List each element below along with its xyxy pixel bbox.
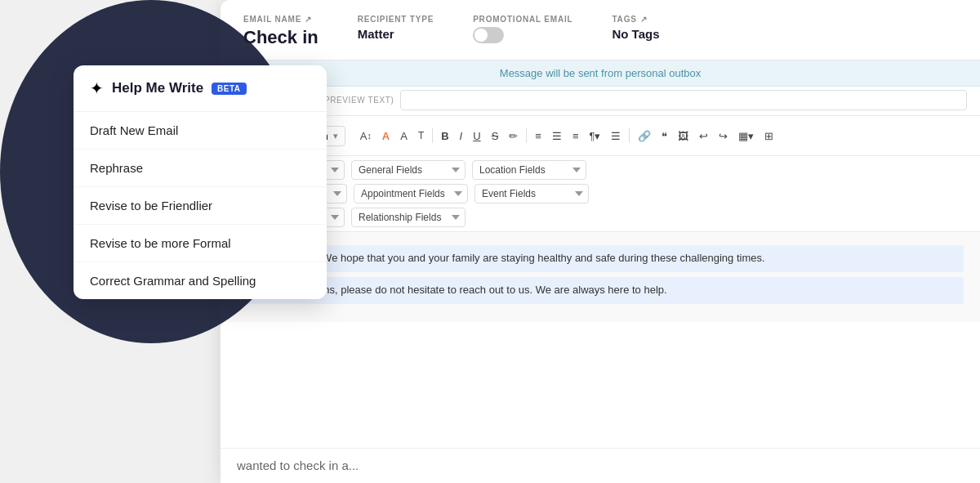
font-type-btn[interactable]: T: [413, 127, 429, 144]
merge-select-event[interactable]: Event Fields: [474, 184, 589, 203]
menu-item-revise-formal[interactable]: Revise to be more Formal: [74, 225, 327, 262]
undo-btn[interactable]: ↩: [694, 127, 713, 145]
align-btn[interactable]: ≡: [530, 127, 546, 145]
toolbar-row: ⊞ Paragraph ▾ A↕ A A T B I U S ✏ ≡ ☰ ≡ ¶…: [220, 116, 980, 156]
preheader-row: PREHEADER (EMAIL PREVIEW TEXT): [220, 87, 980, 116]
preheader-input[interactable]: [400, 90, 967, 110]
sparkle-icon: ✦: [90, 78, 104, 98]
tags-value: No Tags: [612, 27, 659, 41]
italic-btn[interactable]: I: [455, 127, 468, 145]
help-me-write-title: Help Me Write: [112, 80, 203, 96]
quote-btn[interactable]: ❝: [657, 127, 672, 145]
info-banner: Message will be sent from personal outbo…: [220, 60, 980, 87]
email-name-link-icon[interactable]: ↗: [305, 15, 312, 24]
list-unordered-btn[interactable]: ≡: [568, 127, 584, 145]
merge-row-1: Matter Fields General Fields Location Fi…: [230, 160, 970, 180]
email-name-field: EMAIL NAME ↗ Check in: [243, 15, 318, 48]
bold-btn[interactable]: B: [436, 127, 453, 145]
content-area: y you are doing. We hope that you and yo…: [220, 232, 980, 322]
merge-row-2: Custom Form Fields Appointment Fields Ev…: [230, 184, 970, 203]
paragraph-chevron-icon: ▾: [333, 131, 338, 141]
link-btn[interactable]: 🔗: [633, 127, 656, 145]
content-line-1: y you are doing. We hope that you and yo…: [237, 245, 964, 272]
bottom-preview-text: wanted to check in a...: [237, 458, 359, 472]
merge-select-appointment[interactable]: Appointment Fields: [354, 184, 468, 203]
merge-select-location[interactable]: Location Fields: [472, 160, 586, 180]
promotional-email-toggle[interactable]: [473, 27, 504, 43]
indent-btn[interactable]: ☰: [606, 127, 626, 145]
help-me-write-header: ✦ Help Me Write BETA: [74, 65, 327, 112]
tags-link-icon[interactable]: ↗: [640, 15, 648, 24]
merge-select-relationship[interactable]: Relationship Fields: [351, 208, 466, 227]
content-line-2: have any questions, please do not hesita…: [237, 277, 964, 304]
strikethrough-btn[interactable]: S: [487, 127, 504, 145]
tags-field: TAGS ↗ No Tags: [612, 15, 659, 41]
header-bar: EMAIL NAME ↗ Check in RECIPIENT TYPE Mat…: [220, 0, 980, 60]
line-height-btn[interactable]: ¶▾: [584, 127, 605, 145]
menu-item-revise-friendlier[interactable]: Revise to be Friendlier: [74, 187, 327, 225]
more-btn[interactable]: ⊞: [760, 127, 778, 145]
redo-btn[interactable]: ↪: [714, 127, 733, 145]
font-color-btn[interactable]: A: [377, 127, 394, 145]
email-name-value: Check in: [243, 27, 318, 48]
highlight-btn[interactable]: ✏: [504, 127, 523, 145]
editor-panel: EMAIL NAME ↗ Check in RECIPIENT TYPE Mat…: [220, 0, 980, 483]
merge-fields-area: Matter Fields General Fields Location Fi…: [220, 156, 980, 232]
font-size-btn[interactable]: A↕: [355, 127, 376, 145]
table-btn[interactable]: ▦▾: [733, 127, 759, 145]
menu-item-correct-grammar[interactable]: Correct Grammar and Spelling: [74, 262, 327, 299]
recipient-type-field: RECIPIENT TYPE Matter: [358, 15, 434, 41]
menu-item-draft-new-email[interactable]: Draft New Email: [74, 112, 327, 150]
promotional-email-field: PROMOTIONAL EMAIL: [473, 15, 572, 43]
merge-row-3: RSS Feed Fields Relationship Fields: [230, 208, 970, 227]
tags-label: TAGS ↗: [612, 15, 659, 24]
recipient-type-value: Matter: [358, 27, 434, 41]
menu-item-rephrase[interactable]: Rephrase: [74, 150, 327, 187]
help-me-write-panel: ✦ Help Me Write BETA Draft New Email Rep…: [74, 65, 327, 299]
email-name-label: EMAIL NAME ↗: [243, 15, 318, 24]
promotional-email-label: PROMOTIONAL EMAIL: [473, 15, 572, 24]
font-highlight-btn[interactable]: A: [395, 127, 412, 145]
merge-select-general[interactable]: General Fields: [351, 160, 466, 180]
bottom-preview: wanted to check in a...: [220, 448, 980, 483]
list-ordered-btn[interactable]: ☰: [547, 127, 567, 145]
underline-btn[interactable]: U: [468, 127, 485, 145]
recipient-type-label: RECIPIENT TYPE: [358, 15, 434, 24]
beta-badge: BETA: [212, 83, 246, 95]
image-btn[interactable]: 🖼: [673, 127, 693, 145]
